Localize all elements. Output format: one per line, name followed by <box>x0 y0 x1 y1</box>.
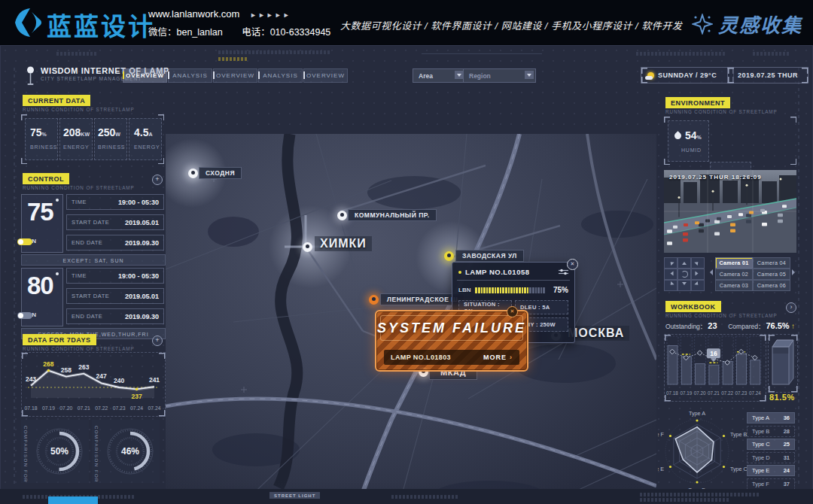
list-item: Type D31 <box>747 452 795 463</box>
workbook-bar-chart: 07.1807.1907.2007.2107.2207.2307.2416 <box>665 335 764 399</box>
pan-up-right-button[interactable] <box>691 257 705 269</box>
camera-02-button[interactable]: Camera 02 <box>715 269 753 280</box>
date-text: 2019.07.25 THUR <box>738 71 798 79</box>
city-map[interactable]: СХОДНЯ КОММУНАЛЬНЫЙ ПР. ХИМКИ ЗАВОДСКАЯ … <box>166 134 656 504</box>
pan-up-left-button[interactable] <box>664 257 678 269</box>
comparison-gauge-panel-2: COMPARISON FOR 46% <box>92 420 160 483</box>
chevron-right-icon: › <box>510 354 513 361</box>
map-label[interactable]: КОММУНАЛЬНЫЙ ПР. <box>348 209 437 221</box>
inspiration-collect[interactable]: 灵感收集 <box>692 10 802 38</box>
reset-view-button[interactable] <box>678 269 691 280</box>
camera-05-button[interactable]: Camera 05 <box>753 269 790 280</box>
environment-tag: ENVIRONMENT <box>665 97 730 108</box>
comparison-gauge-panel-1: COMPARISON FOR 50% <box>21 420 89 483</box>
expand-chart-button[interactable]: + <box>152 335 163 346</box>
tab-overview-2[interactable]: OVERVIEW <box>213 68 257 83</box>
website-link[interactable]: www.lanlanwork.com <box>148 8 239 20</box>
map-label[interactable]: ЗАВОДСКАЯ УЛ <box>455 250 524 262</box>
inspiration-label: 灵感收集 <box>718 10 802 38</box>
control-group-2: 80 ON TIME19:00 - 05:30 START DATE2019.0… <box>21 268 164 325</box>
camera-01-button[interactable]: Camera 01 <box>715 257 753 269</box>
promo-banner: 蓝蓝设计 www.lanlanwork.com ►►►►► 微信：ben_lan… <box>0 0 813 45</box>
camera-feed-panel[interactable]: 2019.07.25 THUR 18:26:09 <box>664 170 796 253</box>
lamp-dot-icon <box>56 272 59 275</box>
power-toggle[interactable] <box>17 238 32 245</box>
lamp-marker[interactable] <box>188 169 198 178</box>
metric-card: 250W BRINESS <box>94 118 127 160</box>
date-widget: 2019.07.25 THUR <box>727 67 808 83</box>
microtext-decoration <box>391 495 459 499</box>
trend-up-icon: ↑ <box>791 322 795 330</box>
svg-text:258: 258 <box>61 366 72 374</box>
map-label[interactable]: СХОДНЯ <box>199 167 242 179</box>
camera-feed <box>664 170 796 253</box>
svg-text:07.24: 07.24 <box>148 405 160 411</box>
pan-down-left-button[interactable] <box>664 280 678 291</box>
tab-overview-1[interactable]: OVERVIEW <box>123 68 167 83</box>
lamp-marker[interactable] <box>303 242 312 252</box>
lamp-marker-failure[interactable] <box>369 295 379 305</box>
svg-text:Type C: Type C <box>730 466 747 472</box>
screenshot-root: 蓝蓝设计 www.lanlanwork.com ►►►►► 微信：ben_lan… <box>0 0 813 504</box>
tab-analysis-1[interactable]: ANALYSIS <box>168 68 212 83</box>
svg-text:50%: 50% <box>50 446 69 457</box>
microtext-decoration <box>636 52 726 56</box>
svg-text:07.19: 07.19 <box>42 405 55 411</box>
more-button[interactable]: MORE› <box>483 354 513 361</box>
environment-subtitle: RUNNING CONDITION OF STREETLAMP <box>665 109 778 114</box>
svg-text:Type A: Type A <box>689 410 705 417</box>
tab-overview-3[interactable]: OVERVIEW <box>303 68 348 83</box>
camera-prev-icon[interactable] <box>707 269 713 275</box>
dashboard: WISDOM INTERNET OF LAMP CITY STREETLAMP … <box>0 45 813 504</box>
pan-right-button[interactable] <box>691 269 705 280</box>
lamp-marker-warning[interactable] <box>444 251 454 261</box>
pan-up-button[interactable] <box>678 257 691 269</box>
area-select[interactable]: Area <box>413 68 466 83</box>
brightness-value: 80 <box>27 272 53 300</box>
svg-text:241: 241 <box>149 376 160 384</box>
pan-down-right-button[interactable] <box>691 280 705 291</box>
camera-04-button[interactable]: Camera 04 <box>753 257 790 269</box>
workbook-next-button[interactable]: › <box>786 302 796 313</box>
blue-accent-bar <box>48 496 98 504</box>
camera-next-icon[interactable] <box>792 269 798 275</box>
microtext-decoration <box>753 52 789 56</box>
camera-03-button[interactable]: Camera 03 <box>715 280 753 291</box>
svg-text:07.20: 07.20 <box>694 390 706 396</box>
week-chart-subtitle: RUNNING CONDITION OF STREETLAMP <box>23 346 135 351</box>
svg-text:07.23: 07.23 <box>735 390 748 396</box>
lbn-label: LBN <box>458 287 470 293</box>
compared-value: 76.5% <box>766 321 789 330</box>
lamp-marker[interactable] <box>337 211 347 220</box>
street-light-pill: STREET LIGHT <box>269 492 320 499</box>
microtext-decoration <box>640 498 730 502</box>
week-chart-panel: 24326825826324724023724107.1807.1907.200… <box>21 352 166 417</box>
brightness-bar[interactable] <box>475 287 549 293</box>
close-icon[interactable]: ✕ <box>507 306 518 317</box>
map-city-label[interactable]: ХИМКИ <box>315 236 372 251</box>
workbook-chart-panel: 07.1807.1907.2007.2107.2207.2307.2416 <box>664 334 766 402</box>
svg-text:07.18: 07.18 <box>24 405 37 411</box>
camera-06-button[interactable]: Camera 06 <box>753 280 790 291</box>
tune-icon[interactable] <box>559 269 568 275</box>
ruler-decoration <box>798 68 799 485</box>
close-icon[interactable]: ✕ <box>567 259 578 270</box>
add-control-button[interactable]: + <box>152 175 163 185</box>
comparison-gauge: 50% <box>35 427 84 476</box>
microtext-decoration <box>218 57 248 61</box>
inspiration-logo-icon <box>692 14 713 35</box>
svg-text:07.22: 07.22 <box>95 405 108 411</box>
metric-card: 75% BRINESS <box>25 118 58 160</box>
current-data-tag: CURRENT DATA <box>23 95 90 106</box>
divider-decoration <box>422 53 542 54</box>
brightness-level-box: 80 ON <box>21 268 63 326</box>
svg-text:247: 247 <box>96 372 107 380</box>
region-select[interactable]: Region <box>463 68 536 83</box>
pan-left-button[interactable] <box>664 269 678 280</box>
power-toggle[interactable] <box>17 312 32 319</box>
svg-text:268: 268 <box>43 360 53 368</box>
tab-analysis-2[interactable]: ANALYSIS <box>258 68 303 83</box>
system-failure-alert: SYSTEM FAILURE LAMP NO.L01803 MORE› ✕ <box>375 310 528 372</box>
microtext-decoration <box>218 50 331 54</box>
pan-down-button[interactable] <box>678 280 691 291</box>
